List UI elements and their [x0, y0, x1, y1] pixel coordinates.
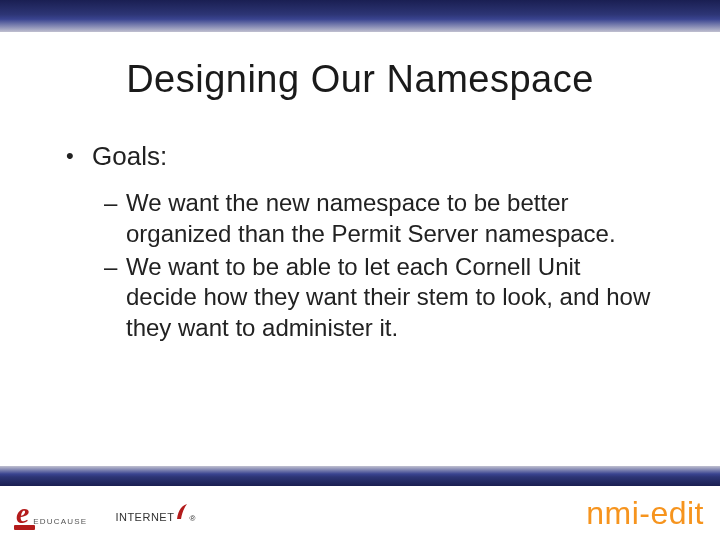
- bullet-dot-icon: •: [66, 139, 92, 174]
- nmi-hyphen-icon: -: [639, 495, 650, 532]
- footer-left-logos: e EDUCAUSE INTERNET ®: [16, 498, 196, 528]
- footer: e EDUCAUSE INTERNET ® nmi - edit: [0, 486, 720, 540]
- top-gradient-bar: [0, 0, 720, 32]
- slide-title: Designing Our Namespace: [0, 58, 720, 101]
- internet2-logo: INTERNET ®: [115, 503, 195, 523]
- educause-label: EDUCAUSE: [33, 517, 87, 528]
- nmi-edit-text: edit: [650, 495, 704, 532]
- bullet-level2-text: We want to be able to let each Cornell U…: [126, 252, 654, 344]
- bullet-level2: – We want the new namespace to be better…: [104, 188, 654, 249]
- bullet-level2-text: We want the new namespace to be better o…: [126, 188, 654, 249]
- nmi-edit-logo: nmi - edit: [586, 495, 704, 532]
- bullet-level1-text: Goals:: [92, 139, 167, 174]
- internet2-label: INTERNET: [115, 511, 174, 523]
- bullet-level2: – We want to be able to let each Cornell…: [104, 252, 654, 344]
- educause-e-icon: e: [16, 498, 29, 528]
- bullet-level1: • Goals:: [66, 139, 654, 174]
- educause-logo: e EDUCAUSE: [16, 498, 87, 528]
- bottom-gradient-bar: [0, 466, 720, 486]
- slide: Designing Our Namespace • Goals: – We wa…: [0, 0, 720, 540]
- nmi-text: nmi: [586, 495, 639, 532]
- registered-icon: ®: [189, 514, 195, 523]
- bullet-dash-icon: –: [104, 252, 126, 344]
- bullet-dash-icon: –: [104, 188, 126, 249]
- internet2-swoosh-icon: [175, 503, 189, 521]
